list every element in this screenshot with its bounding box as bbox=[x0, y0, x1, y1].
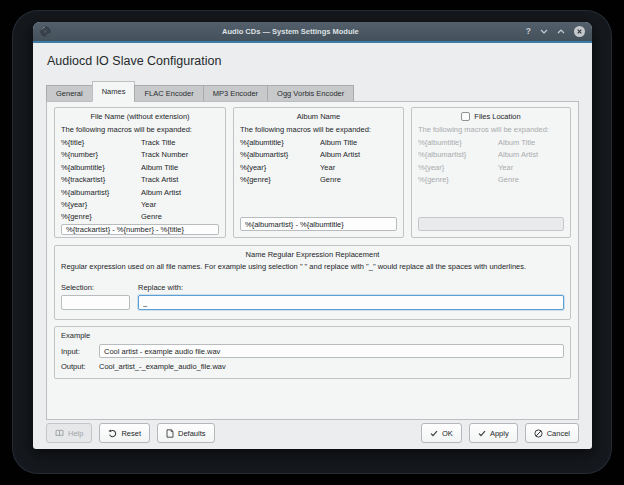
example-input-label: Input: bbox=[61, 347, 99, 356]
files-location-pattern-input bbox=[418, 217, 564, 231]
system-settings-window: Audio CDs — System Settings Module ? Aud… bbox=[33, 22, 592, 449]
apply-button[interactable]: Apply bbox=[469, 423, 518, 443]
macro-row: %{albumartist}Album Artist bbox=[418, 149, 564, 161]
example-groupbox: Example Input: Output: Cool_artist_-_exa… bbox=[54, 326, 571, 379]
macro-row: %{year}Year bbox=[240, 162, 397, 174]
macros-hint: The following macros will be expanded: bbox=[240, 124, 397, 136]
macros-hint: The following macros will be expanded: bbox=[418, 124, 564, 136]
defaults-button[interactable]: Defaults bbox=[157, 423, 215, 443]
tab-ogg-vorbis-encoder[interactable]: Ogg Vorbis Encoder bbox=[267, 85, 354, 102]
macro-row: %{trackartist}Track Artist bbox=[61, 174, 219, 186]
example-group-title: Example bbox=[61, 331, 564, 340]
book-icon bbox=[55, 429, 64, 437]
example-output-value: Cool_artist_-_example_audio_file.wav bbox=[99, 362, 226, 371]
macro-row: %{genre}Genre bbox=[418, 174, 564, 186]
window-title: Audio CDs — System Settings Module bbox=[55, 27, 526, 36]
names-tab-pane: File Name (without extension) The follow… bbox=[46, 101, 579, 420]
example-output-label: Output: bbox=[61, 362, 99, 371]
macros-hint: The following macros will be expanded: bbox=[61, 124, 219, 136]
replace-with-label: Replace with: bbox=[138, 283, 183, 292]
file-name-groupbox: File Name (without extension) The follow… bbox=[54, 107, 226, 238]
selection-input[interactable] bbox=[61, 295, 130, 310]
maximize-icon[interactable] bbox=[557, 29, 565, 34]
album-name-group-title: Album Name bbox=[240, 112, 397, 121]
page-title: Audiocd IO Slave Configuration bbox=[47, 54, 579, 68]
macro-row: %{title}Track Title bbox=[61, 137, 219, 149]
close-icon[interactable] bbox=[574, 26, 585, 37]
macro-row: %{genre}Genre bbox=[240, 174, 397, 186]
files-location-group-title[interactable]: Files Location bbox=[474, 112, 520, 121]
dialog-button-bar: Help Reset Defaults OK bbox=[46, 420, 579, 449]
album-name-groupbox: Album Name The following macros will be … bbox=[233, 107, 404, 238]
macro-row: %{year}Year bbox=[418, 162, 564, 174]
files-location-groupbox: Files Location The following macros will… bbox=[411, 107, 571, 238]
circle-slash-icon bbox=[534, 429, 543, 438]
titlebar-help-button[interactable]: ? bbox=[526, 27, 531, 36]
tab-bar: General Names FLAC Encoder MP3 Encoder O… bbox=[46, 81, 579, 102]
files-location-checkbox[interactable] bbox=[461, 112, 470, 121]
macro-row: %{number}Track Number bbox=[61, 149, 219, 161]
replace-with-input[interactable] bbox=[138, 295, 564, 310]
tab-names[interactable]: Names bbox=[92, 81, 136, 102]
macro-row: %{genre}Genre bbox=[61, 211, 219, 223]
help-button[interactable]: Help bbox=[46, 423, 92, 443]
minimize-icon[interactable] bbox=[540, 29, 548, 34]
cancel-button[interactable]: Cancel bbox=[525, 423, 579, 443]
reset-button[interactable]: Reset bbox=[99, 423, 150, 443]
macro-row: %{year}Year bbox=[61, 199, 219, 211]
file-name-group-title: File Name (without extension) bbox=[61, 112, 219, 121]
tab-flac-encoder[interactable]: FLAC Encoder bbox=[134, 85, 203, 102]
tab-mp3-encoder[interactable]: MP3 Encoder bbox=[203, 85, 268, 102]
macro-row: %{albumartist}Album Artist bbox=[61, 187, 219, 199]
audio-cd-icon bbox=[40, 26, 51, 37]
titlebar[interactable]: Audio CDs — System Settings Module ? bbox=[33, 22, 592, 41]
screenshot-stage: Audio CDs — System Settings Module ? Aud… bbox=[0, 0, 624, 485]
check-icon bbox=[478, 430, 486, 437]
macro-row: %{albumtitle}Album Title bbox=[61, 162, 219, 174]
selection-label: Selection: bbox=[61, 283, 138, 292]
regex-group-title: Name Regular Expression Replacement bbox=[61, 250, 564, 259]
ok-button[interactable]: OK bbox=[421, 423, 462, 443]
undo-arrow-icon bbox=[108, 429, 117, 438]
file-name-pattern-input[interactable] bbox=[61, 224, 219, 235]
check-icon bbox=[430, 430, 438, 437]
macro-row: %{albumtitle}Album Title bbox=[418, 137, 564, 149]
regex-replacement-groupbox: Name Regular Expression Replacement Regu… bbox=[54, 245, 571, 320]
macro-row: %{albumartist}Album Artist bbox=[240, 149, 397, 161]
example-input-field[interactable] bbox=[99, 344, 564, 358]
macro-row: %{albumtitle}Album Title bbox=[240, 137, 397, 149]
album-name-pattern-input[interactable] bbox=[240, 217, 397, 231]
regex-description: Regular expression used on all file name… bbox=[61, 262, 564, 271]
tab-general[interactable]: General bbox=[46, 85, 93, 102]
document-revert-icon bbox=[166, 429, 174, 438]
